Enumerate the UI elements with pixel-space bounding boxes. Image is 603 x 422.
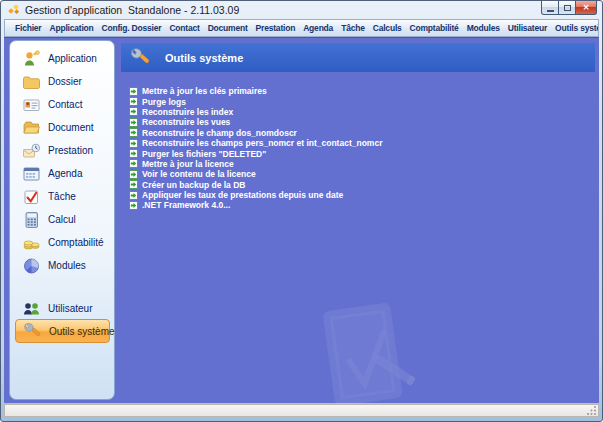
title-bar[interactable]: Gestion d'application Standalone - 2.11.…: [1, 1, 602, 19]
link-purger-fichiers-deleted[interactable]: Purger les fichiers "DELETED": [129, 148, 591, 158]
arrow-icon: [129, 97, 138, 106]
open-folder-icon: [21, 118, 42, 138]
main-panel: Outils système Mettre à jour les clés pr…: [121, 43, 595, 403]
menu-calculs[interactable]: Calculs: [369, 23, 406, 33]
link-backup-db[interactable]: Créer un backup de la DB: [129, 180, 591, 190]
menu-bar: Fichier Application Config. Dossier Cont…: [4, 19, 599, 37]
arrow-icon: [129, 170, 138, 179]
window-controls: ✕: [541, 1, 597, 15]
link-voir-licence[interactable]: Voir le contenu de la licence: [129, 169, 591, 179]
sidebar-item-label: Dossier: [48, 76, 82, 87]
arrow-icon: [129, 128, 138, 137]
arrow-icon: [129, 107, 138, 116]
link-maj-licence[interactable]: Mettre à jour la licence: [129, 159, 591, 169]
link-label: .NET Framework 4.0...: [142, 200, 230, 210]
minimize-button[interactable]: [541, 1, 559, 15]
sidebar-item-prestation[interactable]: Prestation: [15, 139, 110, 162]
wrench-icon: [22, 321, 43, 341]
link-reconstruire-vues[interactable]: Reconstruire les vues: [129, 117, 591, 127]
application-icon: [21, 49, 42, 69]
link-net-framework[interactable]: .NET Framework 4.0...: [129, 200, 591, 210]
link-label: Reconstruire les vues: [142, 117, 230, 127]
sidebar-item-label: Utilisateur: [48, 303, 92, 314]
menu-outils-systeme[interactable]: Outils système: [551, 23, 599, 33]
sidebar: Application Dossier Contact: [9, 40, 115, 400]
close-button[interactable]: ✕: [576, 1, 597, 15]
maximize-icon: [564, 5, 571, 11]
arrow-icon: [129, 87, 138, 96]
link-reconstruire-index[interactable]: Reconstruire les index: [129, 107, 591, 117]
arrow-icon: [129, 118, 138, 127]
menu-document[interactable]: Document: [204, 23, 252, 33]
menu-config-dossier[interactable]: Config. Dossier: [98, 23, 166, 33]
status-bar: [4, 404, 599, 417]
sidebar-item-agenda[interactable]: Agenda: [15, 162, 110, 185]
sidebar-item-label: Outils système: [49, 326, 115, 337]
sidebar-item-utilisateur[interactable]: Utilisateur: [15, 297, 110, 320]
link-label: Reconstruire le champ dos_nomdoscr: [142, 128, 297, 138]
sidebar-item-label: Prestation: [48, 145, 93, 156]
tool-links: Mettre à jour les clés primaires Purge l…: [129, 86, 591, 211]
link-reconstruire-champ-dos[interactable]: Reconstruire le champ dos_nomdoscr: [129, 128, 591, 138]
arrow-icon: [129, 139, 138, 148]
calendar-icon: [21, 164, 42, 184]
sidebar-item-contact[interactable]: Contact: [15, 93, 110, 116]
link-maj-cles-primaires[interactable]: Mettre à jour les clés primaires: [129, 86, 591, 96]
link-label: Mettre à jour la licence: [142, 159, 234, 169]
link-purge-logs[interactable]: Purge logs: [129, 96, 591, 106]
link-label: Reconstruire les champs pers_nomcr et in…: [142, 138, 382, 148]
sidebar-item-modules[interactable]: Modules: [15, 254, 110, 277]
menu-tache[interactable]: Tâche: [337, 23, 369, 33]
sidebar-item-application[interactable]: Application: [15, 47, 110, 70]
minimize-icon: [547, 10, 554, 12]
arrow-icon: [129, 149, 138, 158]
sidebar-item-label: Modules: [48, 260, 86, 271]
clipboard-check-watermark: [311, 301, 421, 413]
menu-fichier[interactable]: Fichier: [11, 23, 45, 33]
menu-prestation[interactable]: Prestation: [252, 23, 300, 33]
menu-utilisateur[interactable]: Utilisateur: [504, 23, 551, 33]
menu-comptabilite[interactable]: Comptabilité: [406, 23, 463, 33]
link-label: Purger les fichiers "DELETED": [142, 149, 266, 159]
arrow-icon: [129, 201, 138, 210]
sidebar-item-tache[interactable]: Tâche: [15, 185, 110, 208]
app-icon: [8, 4, 20, 16]
link-label: Voir le contenu de la licence: [142, 169, 256, 179]
sidebar-item-document[interactable]: Document: [15, 116, 110, 139]
sidebar-item-calcul[interactable]: Calcul: [15, 208, 110, 231]
users-icon: [21, 299, 42, 319]
folder-icon: [21, 72, 42, 92]
sidebar-item-label: Application: [48, 53, 97, 64]
link-label: Purge logs: [142, 97, 186, 107]
wrench-icon: [129, 46, 152, 69]
link-appliquer-taux[interactable]: Appliquer les taux de prestations depuis…: [129, 190, 591, 200]
sidebar-item-comptabilite[interactable]: Comptabilité: [15, 231, 110, 254]
main-header: Outils système: [121, 43, 595, 72]
app-window: Gestion d'application Standalone - 2.11.…: [0, 0, 603, 422]
sidebar-item-label: Contact: [48, 99, 82, 110]
menu-modules[interactable]: Modules: [463, 23, 504, 33]
arrow-icon: [129, 159, 138, 168]
link-label: Mettre à jour les clés primaires: [142, 86, 267, 96]
prestation-icon: [21, 141, 42, 161]
arrow-icon: [129, 180, 138, 189]
link-label: Créer un backup de la DB: [142, 180, 245, 190]
maximize-button[interactable]: [559, 1, 576, 15]
window-title: Gestion d'application Standalone - 2.11.…: [25, 4, 239, 16]
sidebar-item-outils-systeme[interactable]: Outils système: [15, 319, 110, 343]
task-check-icon: [21, 187, 42, 207]
menu-agenda[interactable]: Agenda: [299, 23, 337, 33]
sidebar-item-label: Document: [48, 122, 94, 133]
coins-icon: [21, 233, 42, 253]
page-title: Outils système: [165, 52, 243, 64]
menu-application[interactable]: Application: [45, 23, 97, 33]
pie-chart-icon: [21, 256, 42, 276]
link-reconstruire-champs-pers[interactable]: Reconstruire les champs pers_nomcr et in…: [129, 138, 591, 148]
sidebar-item-label: Calcul: [48, 214, 76, 225]
menu-contact[interactable]: Contact: [165, 23, 203, 33]
contact-card-icon: [21, 95, 42, 115]
sidebar-item-dossier[interactable]: Dossier: [15, 70, 110, 93]
sidebar-item-label: Comptabilité: [48, 237, 104, 248]
resize-grip[interactable]: [587, 405, 597, 415]
sidebar-item-label: Tâche: [48, 191, 76, 202]
